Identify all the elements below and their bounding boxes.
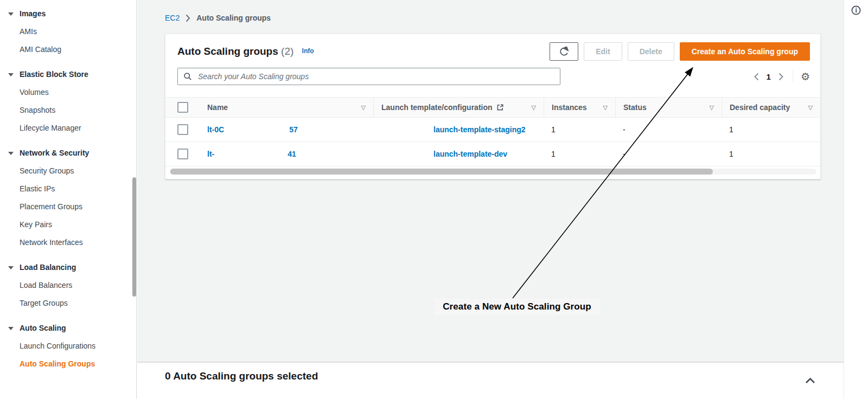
asg-name-link[interactable]: 41 [288, 150, 296, 158]
desired-capacity-cell: 1 [722, 150, 820, 158]
sidebar-section-header-network-security[interactable]: Network & Security [0, 144, 136, 162]
selection-footer: 0 Auto Scaling groups selected [137, 362, 844, 399]
chevron-right-icon [778, 73, 784, 81]
column-header-instances[interactable]: Instances ▽ [544, 98, 615, 117]
sidebar-item-snapshots[interactable]: Snapshots [0, 101, 136, 119]
horizontal-scrollbar-thumb[interactable] [170, 169, 713, 175]
current-page-number[interactable]: 1 [767, 72, 771, 81]
sidebar-item-auto-scaling-groups[interactable]: Auto Scaling Groups [0, 355, 136, 373]
sidebar-item-launch-configurations[interactable]: Launch Configurations [0, 337, 136, 355]
column-header-status[interactable]: Status ▽ [615, 98, 722, 117]
delete-button[interactable]: Delete [628, 42, 674, 61]
page-title: Auto Scaling groups (2) Info [177, 46, 314, 57]
collapse-panel-button[interactable] [805, 376, 815, 386]
column-header-launch-template[interactable]: Launch template/configuration ▽ [373, 98, 544, 117]
sidebar-scrollbar-thumb[interactable] [132, 177, 136, 297]
asg-name-link[interactable]: 57 [289, 125, 298, 134]
asg-name-link[interactable]: lt- [207, 150, 214, 158]
search-box [177, 68, 560, 85]
chevron-up-icon [805, 377, 815, 384]
resource-count: (2) [281, 46, 293, 57]
refresh-button[interactable] [550, 42, 578, 61]
section-label: Network & Security [20, 148, 89, 158]
row-checkbox[interactable] [177, 149, 188, 159]
sort-icon[interactable]: ▽ [808, 104, 813, 111]
sidebar-item-placement-groups[interactable]: Placement Groups [0, 198, 136, 216]
instances-cell: 1 [544, 125, 615, 134]
breadcrumb-ec2-link[interactable]: EC2 [165, 14, 180, 22]
ec2-console-screen: Images AMIs AMI Catalog Elastic Block St… [0, 0, 868, 399]
table-header-row: Name ▽ Launch template/configuration [165, 97, 820, 118]
sidebar-item-network-interfaces[interactable]: Network Interfaces [0, 234, 136, 252]
sidebar-item-volumes[interactable]: Volumes [0, 83, 136, 101]
sort-icon[interactable]: ▽ [361, 104, 366, 111]
sidebar-item-amis[interactable]: AMIs [0, 23, 136, 41]
horizontal-scrollbar [169, 169, 816, 175]
create-auto-scaling-group-button[interactable]: Create an Auto Scaling group [680, 42, 810, 61]
sidebar-section-header-auto-scaling[interactable]: Auto Scaling [0, 319, 136, 337]
sidebar-item-lifecycle-manager[interactable]: Lifecycle Manager [0, 119, 136, 137]
column-label: Launch template/configuration [381, 103, 493, 112]
sidebar-item-key-pairs[interactable]: Key Pairs [0, 216, 136, 234]
info-button[interactable]: i [851, 5, 861, 18]
breadcrumb-current: Auto Scaling groups [196, 14, 271, 22]
column-label: Status [623, 103, 647, 112]
collapse-triangle-icon [8, 327, 14, 330]
column-header-name[interactable]: Name ▽ [200, 98, 373, 117]
sidebar-item-elastic-ips[interactable]: Elastic IPs [0, 180, 136, 198]
right-help-rail: i [844, 0, 868, 399]
sort-icon[interactable]: ▽ [603, 104, 608, 111]
sidebar-section-ebs: Elastic Block Store Volumes Snapshots Li… [0, 66, 136, 137]
selection-summary: 0 Auto Scaling groups selected [165, 370, 844, 382]
pagination: 1 ⚙ [754, 70, 810, 83]
row-select-cell [165, 124, 200, 135]
previous-page-button[interactable] [754, 73, 760, 81]
external-link-icon [496, 104, 504, 111]
toolbar: Edit Delete Create an Auto Scaling group [550, 42, 810, 61]
column-label: Instances [552, 103, 587, 112]
collapse-triangle-icon [8, 152, 14, 155]
asg-name-link[interactable]: lt-0C [207, 125, 224, 134]
instances-cell: 1 [544, 150, 615, 158]
sidebar-item-target-groups[interactable]: Target Groups [0, 294, 136, 312]
table-row: lt-41 launch-template-dev 1 - 1 [165, 142, 820, 166]
section-label: Images [20, 9, 46, 19]
sort-icon[interactable]: ▽ [710, 104, 714, 111]
collapse-triangle-icon [8, 266, 14, 269]
launch-template-link[interactable]: launch-template-dev [433, 150, 507, 158]
launch-template-link[interactable]: launch-template-staging2 [433, 125, 526, 134]
info-link[interactable]: Info [302, 47, 314, 55]
sort-icon[interactable]: ▽ [532, 104, 536, 111]
settings-gear-icon[interactable]: ⚙ [801, 72, 810, 82]
select-all-cell [165, 98, 200, 117]
info-icon: i [851, 5, 861, 16]
sidebar-section-header-ebs[interactable]: Elastic Block Store [0, 66, 136, 83]
auto-scaling-groups-panel: Auto Scaling groups (2) Info [165, 34, 821, 179]
name-cell: lt-0C57 [200, 125, 373, 134]
select-all-checkbox[interactable] [177, 102, 188, 113]
divider [793, 70, 793, 83]
sidebar-section-load-balancing: Load Balancing Load Balancers Target Gro… [0, 259, 136, 312]
column-header-desired-capacity[interactable]: Desired capacity ▽ [722, 98, 820, 117]
sidebar-item-load-balancers[interactable]: Load Balancers [0, 276, 136, 294]
sidebar-section-header-images[interactable]: Images [0, 5, 136, 23]
sidebar-item-ami-catalog[interactable]: AMI Catalog [0, 41, 136, 59]
desired-capacity-cell: 1 [722, 125, 820, 134]
next-page-button[interactable] [778, 73, 784, 81]
search-input[interactable] [197, 72, 554, 81]
edit-button[interactable]: Edit [584, 42, 622, 61]
column-label: Desired capacity [730, 103, 790, 112]
breadcrumb: EC2 Auto Scaling groups [137, 0, 844, 22]
sidebar-section-images: Images AMIs AMI Catalog [0, 5, 136, 59]
sidebar-section-header-load-balancing[interactable]: Load Balancing [0, 259, 136, 276]
table-row: lt-0C57 launch-template-staging2 1 - 1 [165, 118, 820, 142]
search-icon [183, 72, 192, 81]
sidebar: Images AMIs AMI Catalog Elastic Block St… [0, 0, 137, 399]
sidebar-section-network-security: Network & Security Security Groups Elast… [0, 144, 136, 252]
row-select-cell [165, 149, 200, 159]
name-cell: lt-41 [200, 150, 373, 158]
section-label: Auto Scaling [20, 323, 66, 333]
row-checkbox[interactable] [177, 124, 188, 135]
sidebar-item-security-groups[interactable]: Security Groups [0, 162, 136, 180]
svg-text:i: i [855, 7, 857, 14]
